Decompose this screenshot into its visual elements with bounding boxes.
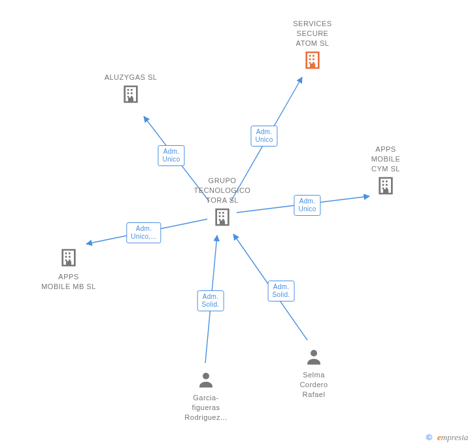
node-aluzygas[interactable]: ALUZYGAS SL <box>92 73 170 106</box>
node-grupo-tecnologico-tora[interactable]: GRUPO TECNOLOGICO TORA SL <box>183 176 262 229</box>
svg-point-0 <box>203 373 209 379</box>
edge-label[interactable]: Adm. Unico <box>158 145 184 166</box>
building-icon <box>302 64 323 72</box>
node-label: Garcia- figueras Rodriguez... <box>167 393 245 422</box>
edge-label[interactable]: Adm. Unico <box>250 126 277 146</box>
building-icon <box>212 221 233 229</box>
brand-name: empresia <box>437 432 468 442</box>
edge-label[interactable]: Adm. Solid. <box>197 290 224 311</box>
person-icon <box>304 360 324 368</box>
svg-point-1 <box>311 350 317 356</box>
building-icon <box>120 98 141 106</box>
building-icon <box>58 262 79 269</box>
node-label: SERVICES SECURE ATOM SL <box>273 19 352 48</box>
node-apps-mobile-mb[interactable]: APPS MOBILE MB SL <box>29 247 108 292</box>
edge-label[interactable]: Adm. Solid. <box>268 281 295 302</box>
node-label: GRUPO TECNOLOGICO TORA SL <box>183 176 262 205</box>
node-garcia-figueras[interactable]: Garcia- figueras Rodriguez... <box>167 370 245 422</box>
copyright-symbol: © <box>426 432 433 442</box>
edge-label[interactable]: Adm. Unico,... <box>126 222 161 243</box>
node-apps-mobile-cym[interactable]: APPS MOBILE CYM SL <box>347 145 425 198</box>
node-label: ALUZYGAS SL <box>92 73 170 82</box>
node-selma-cordero[interactable]: Selma Cordero Rafael <box>275 347 353 400</box>
node-label: APPS MOBILE MB SL <box>29 272 108 292</box>
node-services-secure-atom[interactable]: SERVICES SECURE ATOM SL <box>273 19 352 72</box>
node-label: Selma Cordero Rafael <box>275 370 353 400</box>
footer-attribution: © empresia <box>426 432 468 443</box>
node-label: APPS MOBILE CYM SL <box>347 145 425 174</box>
person-icon <box>196 383 216 390</box>
edge-label[interactable]: Adm. Unico <box>294 195 320 216</box>
building-icon <box>375 190 396 198</box>
